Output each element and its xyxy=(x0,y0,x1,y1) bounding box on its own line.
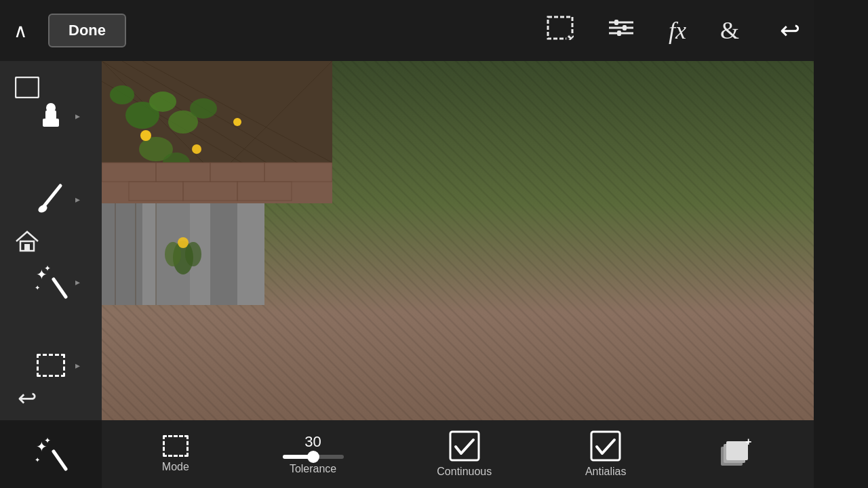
tolerance-label: Tolerance xyxy=(290,463,336,475)
svg-line-19 xyxy=(54,451,66,469)
bottom-left-area: ✦ ✦ ✦ xyxy=(0,420,102,488)
continuous-label: Continuous xyxy=(437,466,492,478)
continuous-tool[interactable]: Continuous xyxy=(437,430,492,478)
mode-tool[interactable]: Mode xyxy=(162,435,189,473)
svg-point-12 xyxy=(46,103,56,113)
tolerance-value: 30 xyxy=(304,433,321,451)
slider-thumb[interactable] xyxy=(307,451,319,463)
overlay-top-left xyxy=(102,61,332,203)
wand-arrow: ▸ xyxy=(75,277,80,287)
auto-wand-tool[interactable]: ✦ ✦ ✦ xyxy=(27,430,75,478)
svg-text:✦: ✦ xyxy=(35,456,40,464)
canvas-area xyxy=(102,61,814,420)
layers-tool[interactable]: + xyxy=(719,439,753,470)
svg-point-47 xyxy=(192,144,201,154)
svg-rect-9 xyxy=(617,30,621,36)
antialias-label: Antialias xyxy=(585,466,626,478)
marquee-rect-icon xyxy=(37,354,65,377)
svg-point-62 xyxy=(178,237,189,248)
svg-text:+: + xyxy=(745,439,751,447)
marquee-arrow: ▸ xyxy=(75,360,80,371)
screen-icon[interactable] xyxy=(15,77,39,103)
svg-point-41 xyxy=(110,85,134,104)
svg-rect-60 xyxy=(210,203,237,305)
brush-arrow: ▸ xyxy=(75,194,80,205)
svg-point-63 xyxy=(165,242,181,266)
chevron-up-icon[interactable]: ∧ xyxy=(14,20,28,42)
marquee-tool[interactable]: ▸ xyxy=(27,342,75,389)
tolerance-tool[interactable]: 30 Tolerance xyxy=(283,433,344,475)
selection-rect-icon xyxy=(163,435,189,457)
bottom-toolbar: Mode 30 Tolerance Continuous Antialias xyxy=(102,420,814,488)
stamp-arrow: ▸ xyxy=(75,110,80,121)
overlay-bottom-right xyxy=(102,203,264,305)
brush-tool[interactable]: ▸ xyxy=(27,176,75,223)
svg-rect-8 xyxy=(623,25,627,30)
tolerance-slider[interactable] xyxy=(283,455,344,459)
mode-icon xyxy=(163,435,189,457)
blend-icon[interactable]: & xyxy=(720,16,739,45)
svg-rect-49 xyxy=(102,163,332,203)
svg-rect-7 xyxy=(614,20,618,25)
photo-background xyxy=(102,61,814,420)
svg-rect-74 xyxy=(16,77,39,98)
svg-line-13 xyxy=(44,186,60,206)
svg-rect-76 xyxy=(24,244,30,251)
antialias-icon xyxy=(590,430,621,462)
effects-icon[interactable]: fx xyxy=(669,16,686,45)
svg-point-64 xyxy=(185,242,201,266)
svg-line-15 xyxy=(54,279,66,297)
back-icon[interactable]: ↩ xyxy=(18,384,37,411)
svg-text:✦: ✦ xyxy=(44,264,51,273)
svg-point-43 xyxy=(190,98,217,119)
svg-point-48 xyxy=(233,118,241,126)
home-icon[interactable] xyxy=(15,229,39,258)
svg-text:✦: ✦ xyxy=(35,284,40,291)
sliders-icon[interactable] xyxy=(608,17,635,44)
wand-tool[interactable]: ✦ ✦ ✦ ▸ xyxy=(27,258,75,306)
mode-label: Mode xyxy=(162,461,189,473)
layers-icon: + xyxy=(719,439,753,470)
top-bar: ∧ Done fx & ↩ xyxy=(0,0,814,61)
done-button[interactable]: Done xyxy=(48,14,126,47)
svg-point-40 xyxy=(149,92,176,112)
svg-text:✦: ✦ xyxy=(44,436,51,445)
antialias-tool[interactable]: Antialias xyxy=(585,430,626,478)
undo-button[interactable]: ↩ xyxy=(780,16,800,45)
svg-point-46 xyxy=(140,130,151,141)
selection-tool-icon[interactable] xyxy=(547,16,574,45)
top-icons: fx & xyxy=(547,16,739,45)
continuous-icon xyxy=(449,430,480,462)
